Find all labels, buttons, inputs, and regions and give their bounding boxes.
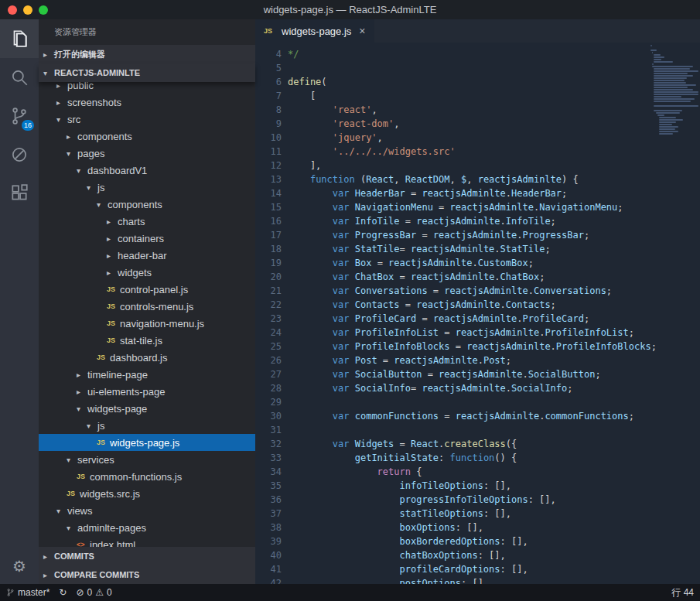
tree-item-widgets-page[interactable]: ▾widgets-page — [39, 400, 255, 417]
code-editor[interactable]: 4*/56define(7 [8 'react',9 'react-dom',1… — [255, 43, 700, 584]
code-line[interactable]: 35 infoTileOptions: [], — [255, 479, 700, 493]
code-line[interactable]: 15 var NavigationMenu = reactjsAdminlte.… — [255, 200, 700, 214]
problems-indicator[interactable]: ⊘ 0 ⚠ 0 — [76, 587, 111, 598]
code-line[interactable]: 16 var InfoTile = reactjsAdminlte.InfoTi… — [255, 214, 700, 228]
close-icon[interactable]: × — [359, 25, 365, 37]
tree-item-header-bar[interactable]: ▸header-bar — [39, 247, 255, 264]
minimap-line — [654, 80, 685, 81]
tree-item-navigation-menu.js[interactable]: JSnavigation-menu.js — [39, 315, 255, 332]
tree-item-control-panel.js[interactable]: JScontrol-panel.js — [39, 281, 255, 298]
code-line[interactable]: 32 var Widgets = React.createClass({ — [255, 437, 700, 451]
code-line[interactable]: 28 var SocialInfo= reactjsAdminlte.Socia… — [255, 381, 700, 395]
code-line[interactable]: 41 profileCardOptions: [], — [255, 562, 700, 576]
code-line[interactable]: 39 boxBorderedOptions: [], — [255, 534, 700, 548]
code-line[interactable]: 42 postOptions: [], — [255, 576, 700, 584]
minimize-window-button[interactable] — [23, 5, 32, 15]
code-line[interactable]: 9 'react-dom', — [255, 117, 700, 131]
tree-item-containers[interactable]: ▸containers — [39, 230, 255, 247]
code-line[interactable]: 25 var ProfileInfoBlocks = reactjsAdminl… — [255, 340, 700, 353]
tree-item-widgets-page.js[interactable]: JSwidgets-page.js — [39, 434, 255, 451]
code-line[interactable]: 8 'react', — [255, 103, 700, 117]
tree-item-services[interactable]: ▾services — [39, 451, 255, 468]
tree-item-stat-tile.js[interactable]: JSstat-tile.js — [39, 332, 255, 349]
code-line[interactable]: 34 return { — [255, 465, 700, 479]
warning-icon: ⚠ — [95, 587, 104, 598]
tree-item-dashboard.js[interactable]: JSdashboard.js — [39, 349, 255, 366]
code-line[interactable]: 27 var SocialButton = reactjsAdminlte.So… — [255, 367, 700, 381]
extensions-icon[interactable] — [0, 174, 39, 213]
code-line[interactable]: 14 var HeaderBar = reactjsAdminlte.Heade… — [255, 186, 700, 200]
code-line[interactable]: 22 var Contacts = reactjsAdminlte.Contac… — [255, 298, 700, 312]
code-line[interactable]: 6define( — [255, 75, 700, 89]
code-text: var Contacts = reactjsAdminlte.Contacts; — [282, 298, 556, 312]
code-text: chatBoxOptions: [], — [282, 548, 506, 562]
line-number: 12 — [255, 159, 282, 172]
code-line[interactable]: 29 — [255, 395, 700, 409]
tree-item-dashboardV1[interactable]: ▾dashboardV1 — [39, 162, 255, 179]
code-line[interactable]: 24 var ProfileInfoList = reactjsAdminlte… — [255, 326, 700, 340]
tree-item-components[interactable]: ▾components — [39, 196, 255, 213]
commits-section-header[interactable]: ▸ COMMITS — [39, 547, 255, 565]
tab-widgets-page[interactable]: JS widgets-page.js × — [255, 19, 374, 43]
code-line[interactable]: 7 [ — [255, 89, 700, 103]
code-line[interactable]: 23 var ProfileCard = reactjsAdminlte.Pro… — [255, 312, 700, 326]
tree-item-timeline-page[interactable]: ▸timeline-page — [39, 366, 255, 383]
project-section-header[interactable]: ▾ REACTJS-ADMINLTE — [39, 63, 255, 82]
tree-item-label: header-bar — [118, 250, 167, 261]
tree-item-ui-elements-page[interactable]: ▸ui-elements-page — [39, 383, 255, 400]
chevron-down-icon: ▾ — [87, 422, 97, 430]
project-name-label: REACTJS-ADMINLTE — [54, 68, 140, 77]
search-icon[interactable] — [0, 58, 39, 97]
code-line[interactable]: 26 var Post = reactjsAdminlte.Post; — [255, 353, 700, 367]
chevron-right-icon: ▸ — [107, 217, 118, 226]
code-line[interactable]: 40 chatBoxOptions: [], — [255, 548, 700, 562]
open-editors-section-header[interactable]: ▸ 打开的编辑器 — [39, 45, 255, 63]
tree-item-js[interactable]: ▾js — [39, 417, 255, 434]
tree-item-common-functions.js[interactable]: JScommon-functions.js — [39, 468, 255, 485]
source-control-icon[interactable]: 16 — [0, 97, 39, 135]
code-line[interactable]: 17 var ProgressBar = reactjsAdminlte.Pro… — [255, 228, 700, 242]
code-line[interactable]: 30 var commonFunctions = reactjsAdminlte… — [255, 409, 700, 423]
code-line[interactable]: 11 '../../../widgets.src' — [255, 145, 700, 159]
tree-item-js[interactable]: ▾js — [39, 179, 255, 196]
code-line[interactable]: 18 var StatTile= reactjsAdminlte.StatTil… — [255, 242, 700, 256]
tree-item-widgets[interactable]: ▸widgets — [39, 264, 255, 281]
code-line[interactable]: 19 var Box = reactjsAdminlte.CustomBox; — [255, 256, 700, 270]
code-line[interactable]: 13 function (React, ReactDOM, $, reactjs… — [255, 172, 700, 186]
tree-item-index.html[interactable]: <>index.html — [39, 536, 255, 547]
code-text: var Box = reactjsAdminlte.CustomBox; — [282, 256, 534, 270]
tree-item-pages[interactable]: ▾pages — [39, 145, 255, 162]
settings-gear-icon[interactable]: ⚙ — [12, 548, 26, 584]
code-line[interactable]: 10 'jquery', — [255, 131, 700, 145]
tree-item-widgets.src.js[interactable]: JSwidgets.src.js — [39, 485, 255, 502]
branch-name: master* — [18, 587, 50, 598]
compare-commits-section-header[interactable]: ▸ COMPARE COMMITS — [39, 565, 255, 584]
line-number: 37 — [255, 507, 282, 521]
tree-item-charts[interactable]: ▸charts — [39, 213, 255, 230]
code-text: var Widgets = React.createClass({ — [282, 437, 517, 451]
code-line[interactable]: 5 — [255, 61, 700, 75]
code-line[interactable]: 38 boxOptions: [], — [255, 521, 700, 534]
sync-button[interactable]: ↻ — [59, 587, 67, 598]
tree-item-controls-menu.js[interactable]: JScontrols-menu.js — [39, 298, 255, 315]
code-line[interactable]: 33 getInitialState: function() { — [255, 451, 700, 465]
git-branch-indicator[interactable]: master* — [6, 587, 50, 598]
tree-item-views[interactable]: ▾views — [39, 502, 255, 519]
code-line[interactable]: 12 ], — [255, 159, 700, 172]
tree-item-adminlte-pages[interactable]: ▾adminlte-pages — [39, 519, 255, 536]
code-line[interactable]: 31 — [255, 423, 700, 437]
tree-item-src[interactable]: ▾src — [39, 111, 255, 128]
code-line[interactable]: 36 progressInfoTileOptions: [], — [255, 493, 700, 507]
zoom-window-button[interactable] — [39, 5, 48, 15]
minimap[interactable] — [650, 45, 698, 135]
code-line[interactable]: 20 var ChatBox = reactjsAdminlte.ChatBox… — [255, 270, 700, 284]
close-window-button[interactable] — [8, 5, 17, 15]
code-line[interactable]: 4*/ — [255, 47, 700, 61]
explorer-icon[interactable] — [0, 19, 39, 58]
code-line[interactable]: 37 statTileOptions: [], — [255, 507, 700, 521]
tree-item-components[interactable]: ▸components — [39, 128, 255, 145]
debug-icon[interactable] — [0, 135, 39, 174]
code-line[interactable]: 21 var Conversations = reactjsAdminlte.C… — [255, 284, 700, 298]
cursor-position-indicator[interactable]: 行 44 — [671, 586, 694, 599]
tree-item-screenshots[interactable]: ▸screenshots — [39, 94, 255, 111]
